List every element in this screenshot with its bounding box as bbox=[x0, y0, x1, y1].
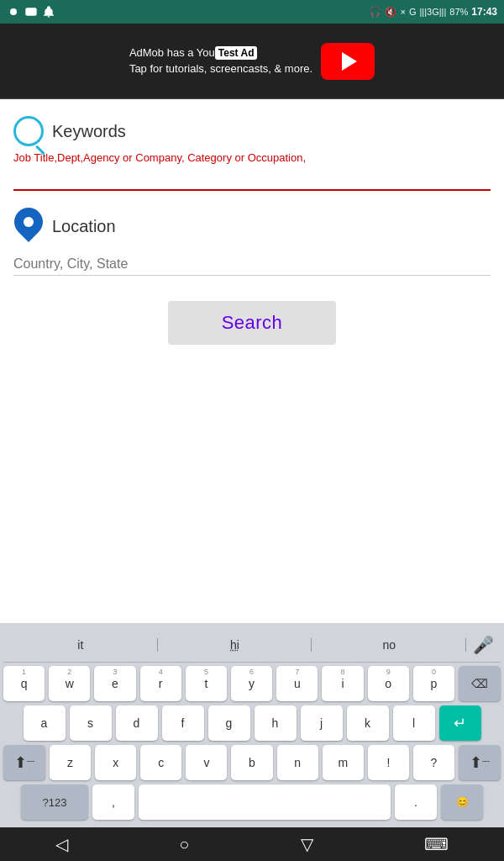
suggestion-hi[interactable]: hi bbox=[158, 637, 312, 653]
key-h[interactable]: h bbox=[255, 705, 297, 741]
location-input[interactable] bbox=[13, 253, 491, 276]
nav-keyboard-button[interactable]: ⌨ bbox=[424, 834, 449, 854]
notification2-icon bbox=[42, 5, 55, 18]
time-display: 17:43 bbox=[471, 6, 497, 18]
key-space[interactable] bbox=[139, 784, 391, 820]
keywords-hint: Job Title,Dept,Agency or Company, Catego… bbox=[13, 151, 491, 164]
nav-recent-button[interactable]: ▽ bbox=[301, 834, 313, 854]
key-s[interactable]: s bbox=[70, 705, 112, 741]
headphone-icon: 🎧 bbox=[369, 6, 381, 18]
key-d[interactable]: d bbox=[116, 705, 158, 741]
key-g[interactable]: g bbox=[208, 705, 250, 741]
search-area: Keywords Job Title,Dept,Agency or Compan… bbox=[0, 99, 504, 358]
key-a[interactable]: a bbox=[24, 705, 66, 741]
ad-banner[interactable]: AdMob has a YouTest Ad Tap for tutorials… bbox=[0, 24, 504, 99]
search-button[interactable]: Search bbox=[168, 301, 336, 345]
key-b[interactable]: b bbox=[231, 745, 272, 780]
search-button-container: Search bbox=[13, 301, 491, 345]
key-m[interactable]: m bbox=[323, 745, 364, 780]
key-l[interactable]: l bbox=[393, 705, 435, 741]
location-label: Location bbox=[52, 217, 116, 236]
notification-icon bbox=[7, 5, 20, 18]
keyboard-row-1: 1q 2w 3e 4r 5t 6y 7u 8i 9o 0p ⌫ bbox=[3, 666, 501, 701]
svg-rect-1 bbox=[25, 8, 36, 15]
location-header: Location bbox=[13, 208, 491, 245]
suggestion-no[interactable]: no bbox=[312, 637, 466, 653]
ad-line1: AdMob has a You bbox=[129, 46, 215, 59]
status-bar: 🎧 🔇 × G |||3G||| 87% 17:43 bbox=[0, 0, 504, 24]
key-r[interactable]: 4r bbox=[140, 666, 181, 701]
key-o[interactable]: 9o bbox=[368, 666, 409, 701]
keyboard-row-4: ?123 , . 😊 bbox=[3, 784, 501, 820]
suggestion-it[interactable]: it bbox=[3, 637, 158, 653]
search-icon bbox=[13, 116, 44, 146]
key-x[interactable]: x bbox=[95, 745, 136, 780]
key-shift-left[interactable]: ⬆— bbox=[3, 745, 45, 780]
key-enter[interactable]: ↵ bbox=[439, 705, 481, 741]
key-y[interactable]: 6y bbox=[231, 666, 272, 701]
keywords-label: Keywords bbox=[52, 122, 126, 141]
key-backspace[interactable]: ⌫ bbox=[459, 666, 501, 701]
key-emoji[interactable]: 😊 bbox=[441, 784, 483, 820]
key-v[interactable]: v bbox=[186, 745, 227, 780]
svg-point-0 bbox=[10, 8, 17, 15]
key-q[interactable]: 1q bbox=[3, 666, 45, 701]
key-u[interactable]: 7u bbox=[276, 666, 318, 701]
key-e[interactable]: 3e bbox=[94, 666, 135, 701]
yt-play-button[interactable] bbox=[321, 43, 375, 80]
key-exclaim[interactable]: ! bbox=[368, 745, 409, 780]
keyboard: it hi no 🎤 1q 2w 3e 4r 5t 6y 7u 8i 9o 0p… bbox=[0, 623, 504, 827]
alarm-icon: × bbox=[400, 7, 405, 17]
keywords-input[interactable] bbox=[13, 167, 491, 191]
key-p[interactable]: 0p bbox=[413, 666, 454, 701]
battery-text: 87% bbox=[449, 7, 468, 17]
ad-line2: Tap for tutorials, screencasts, & more. bbox=[129, 61, 312, 77]
keyboard-row-3: ⬆— z x c v b n m ! ? ⬆— bbox=[3, 745, 501, 780]
key-i[interactable]: 8i bbox=[322, 666, 363, 701]
location-pin-icon bbox=[13, 208, 44, 245]
keywords-header: Keywords bbox=[13, 116, 491, 146]
nav-bar: ◁ ○ ▽ ⌨ bbox=[0, 827, 504, 861]
key-j[interactable]: j bbox=[301, 705, 343, 741]
status-bar-right: 🎧 🔇 × G |||3G||| 87% 17:43 bbox=[369, 6, 497, 18]
mute-icon: 🔇 bbox=[385, 7, 396, 18]
keywords-section: Keywords Job Title,Dept,Agency or Compan… bbox=[13, 116, 491, 191]
key-numbers[interactable]: ?123 bbox=[21, 784, 88, 820]
key-question[interactable]: ? bbox=[413, 745, 454, 780]
key-w[interactable]: 2w bbox=[49, 666, 90, 701]
g-icon: G bbox=[409, 7, 417, 17]
key-z[interactable]: z bbox=[50, 745, 91, 780]
keyboard-suggestions: it hi no 🎤 bbox=[3, 630, 501, 663]
ad-test-label: Test Ad bbox=[215, 46, 258, 60]
key-comma[interactable]: , bbox=[92, 784, 134, 820]
nav-back-button[interactable]: ◁ bbox=[55, 834, 68, 854]
key-k[interactable]: k bbox=[347, 705, 389, 741]
keyboard-row-2: a s d f g h j k l ↵ bbox=[3, 705, 501, 741]
key-t[interactable]: 5t bbox=[186, 666, 227, 701]
key-f[interactable]: f bbox=[162, 705, 204, 741]
key-c[interactable]: c bbox=[140, 745, 181, 780]
mic-icon[interactable]: 🎤 bbox=[466, 635, 501, 655]
key-period[interactable]: . bbox=[395, 784, 437, 820]
location-section: Location bbox=[13, 208, 491, 276]
key-n[interactable]: n bbox=[277, 745, 318, 780]
signal-icon: |||3G||| bbox=[419, 7, 446, 17]
nav-home-button[interactable]: ○ bbox=[179, 835, 189, 854]
ad-text: AdMob has a YouTest Ad Tap for tutorials… bbox=[129, 45, 312, 76]
youtube-icon bbox=[24, 5, 38, 18]
status-bar-left bbox=[7, 5, 55, 18]
key-shift-right[interactable]: ⬆— bbox=[459, 745, 501, 780]
